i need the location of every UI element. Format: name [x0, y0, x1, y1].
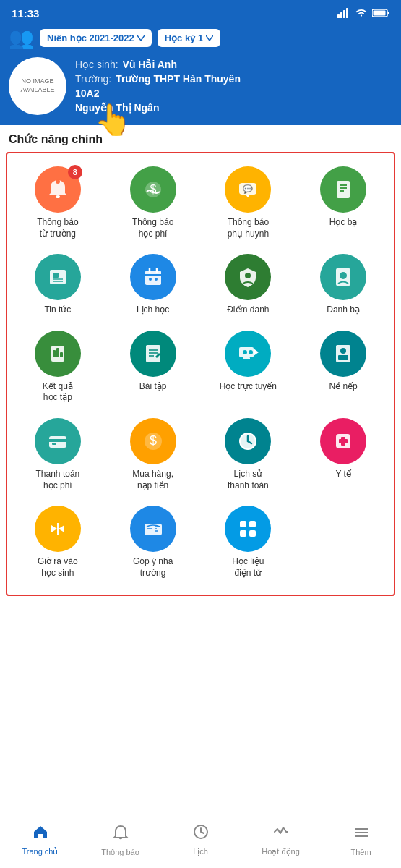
grid-item-muahang[interactable]: $ Mua hàng,nạp tiền [110, 412, 197, 497]
grid-row-2: Tin tức Lịch học Điểm danh Danh bạ [10, 248, 391, 322]
grid-item-gopy[interactable]: Góp ý nhàtrường [110, 500, 197, 584]
grid-item-tintuc[interactable]: Tin tức [14, 248, 101, 322]
grid-item-thanhtoan-hocphi[interactable]: Thanh toánhọc phí [14, 412, 101, 497]
svg-rect-5 [374, 11, 386, 16]
nenep-icon [320, 331, 366, 377]
grid-item-thongbao-phuhuynh[interactable]: 💬 Thông báophụ huynh [204, 161, 291, 245]
svg-point-28 [340, 272, 347, 279]
svg-point-24 [149, 278, 152, 281]
nav-trang-chu[interactable]: Trang chủ [12, 823, 69, 856]
nav-thong-bao[interactable]: Thông báo [92, 824, 150, 856]
svg-rect-20 [145, 271, 161, 285]
grid-row-4: Thanh toánhọc phí $ Mua hàng,nạp tiền Lị… [10, 412, 391, 497]
yte-icon [320, 418, 366, 464]
status-time: 11:33 [12, 7, 39, 20]
baitap-icon [130, 331, 176, 377]
home-icon [32, 823, 49, 845]
grid-row-3: Kết quảhọc tập Bài tập Học trực tuyến Nề… [10, 325, 391, 409]
nav-hoat-dong[interactable]: Hoạt động [252, 823, 310, 856]
grid-item-lichsu-thanhtoan[interactable]: Lịch sửthanh toán [204, 412, 291, 497]
svg-marker-38 [254, 349, 259, 356]
main-grid: 8 Thông báotừ trường $ Thông báohọc phí … [6, 152, 395, 596]
header-top: 👥 Niên học 2021-2022 Học kỳ 1 [9, 26, 392, 50]
clock-nav-icon [192, 823, 210, 845]
svg-rect-1 [340, 12, 342, 18]
muahang-icon: $ [130, 418, 176, 464]
nien-hoc-select[interactable]: Niên học 2021-2022 [40, 29, 152, 47]
svg-rect-0 [337, 14, 340, 18]
student-details: Học sinh: Vũ Hải Anh Trường: Trường THPT… [75, 57, 241, 115]
svg-point-8 [56, 179, 60, 184]
nav-them[interactable]: Thêm [332, 824, 390, 856]
thongbao-phuhuynh-icon: 💬 [225, 166, 271, 213]
lichhoc-icon [130, 254, 176, 300]
svg-rect-12 [337, 181, 350, 198]
grid-row-1: 8 Thông báotừ trường $ Thông báohọc phí … [10, 161, 391, 245]
lichsu-icon [225, 418, 271, 464]
svg-rect-6 [388, 12, 389, 14]
hoc-ky-select[interactable]: Học kỳ 1 [158, 29, 221, 47]
svg-point-26 [245, 273, 251, 278]
svg-rect-60 [249, 530, 256, 537]
grid-item-ketqua-hoctap[interactable]: Kết quảhọc tập [14, 325, 101, 409]
signal-icon [337, 8, 350, 18]
thongbao-truong-icon: 8 [35, 166, 81, 213]
grid-item-hoclieu[interactable]: Học liệuđiện tử [204, 500, 291, 584]
nav-lich[interactable]: Lịch [172, 823, 230, 856]
status-icons [337, 8, 389, 18]
grid-row-5: Giờ ra vàohọc sinh Góp ý nhàtrường Học l… [10, 500, 391, 584]
svg-rect-58 [249, 521, 256, 527]
menu-nav-icon [353, 824, 370, 846]
grid-item-gio-ra-vao[interactable]: Giờ ra vàohọc sinh [14, 500, 101, 584]
chevron-down-icon [137, 35, 145, 41]
grid-item-thongbao-truong[interactable]: 8 Thông báotừ trường [14, 161, 101, 245]
diemdanh-icon [225, 254, 271, 300]
hoc-truc-tuyen-icon [225, 331, 271, 377]
svg-rect-31 [56, 348, 59, 357]
ketqua-icon [35, 331, 81, 377]
svg-rect-17 [53, 273, 59, 278]
svg-rect-57 [240, 521, 246, 527]
wifi-icon [355, 8, 368, 18]
svg-text:💬: 💬 [243, 184, 253, 194]
grid-item-lichhoc[interactable]: Lịch học [110, 248, 197, 322]
profile-photo: NO IMAGEAVAILABLE [9, 57, 66, 115]
bell-nav-icon [112, 824, 129, 846]
svg-point-40 [243, 350, 247, 354]
grid-item-yte[interactable]: Y tế [300, 412, 387, 497]
svg-rect-30 [53, 350, 56, 357]
header: 👥 Niên học 2021-2022 Học kỳ 1 NO IMAGEAV… [0, 26, 401, 125]
battery-icon [372, 8, 389, 18]
grid-item-diemdanh[interactable]: Điểm danh [204, 248, 291, 322]
grid-item-danhba[interactable]: Danh bạ [300, 248, 387, 322]
hoclieu-icon [225, 506, 271, 552]
header-info: NO IMAGEAVAILABLE Học sinh: Vũ Hải Anh T… [9, 57, 392, 115]
svg-text:$: $ [150, 433, 157, 448]
section-title: Chức năng chính [0, 125, 401, 152]
svg-rect-7 [56, 195, 60, 198]
grid-item-nenep[interactable]: Nề nếp [300, 325, 387, 409]
grid-item-hoc-truc-tuyen[interactable]: Học trực tuyến [204, 325, 291, 409]
svg-rect-32 [60, 352, 63, 357]
hocba-icon [320, 166, 366, 213]
thongbao-hocphi-icon: $ [130, 166, 176, 213]
gopy-icon [130, 506, 176, 552]
grid-item-hocba[interactable]: Học bạ [300, 161, 387, 245]
grid-item-baitap[interactable]: Bài tập [110, 325, 197, 409]
gio-ra-vao-icon [35, 506, 81, 552]
svg-rect-44 [338, 355, 348, 360]
thanhtoan-icon [35, 418, 81, 464]
activity-nav-icon [272, 823, 290, 845]
svg-rect-47 [52, 443, 56, 445]
svg-rect-59 [240, 530, 246, 537]
danhba-icon [320, 254, 366, 300]
svg-rect-3 [346, 8, 348, 18]
status-bar: 11:33 [0, 0, 401, 26]
svg-rect-39 [243, 357, 250, 359]
bottom-nav: Trang chủ Thông báo Lịch Hoạt động Thêm [0, 817, 401, 868]
tintuc-icon [35, 254, 81, 300]
header-selects: Niên học 2021-2022 Học kỳ 1 [40, 29, 220, 47]
svg-point-43 [340, 348, 346, 354]
svg-point-41 [249, 350, 253, 354]
grid-item-thongbao-hocphi[interactable]: $ Thông báohọc phí [110, 161, 197, 245]
